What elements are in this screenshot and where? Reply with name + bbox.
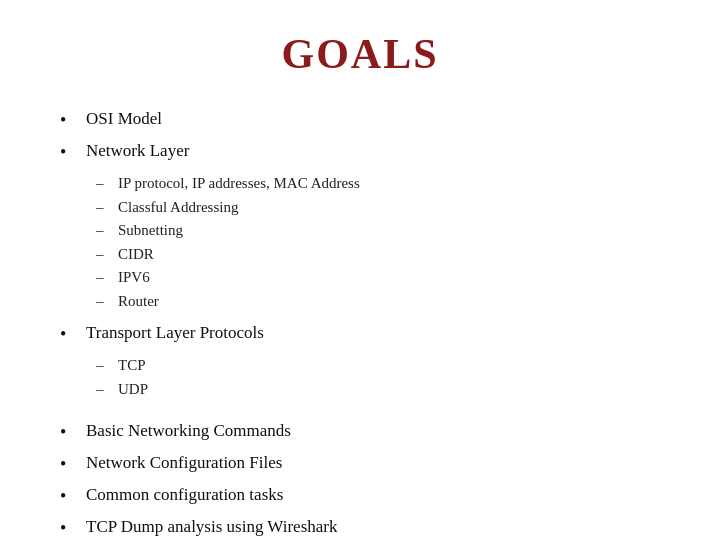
bullet-basic-networking: • Basic Networking Commands: [60, 418, 660, 446]
sub-dash-2: –: [96, 196, 114, 219]
bullet-tcp-dump: • TCP Dump analysis using Wireshark: [60, 514, 660, 540]
bullet-text-tcpdump: TCP Dump analysis using Wireshark: [86, 514, 337, 540]
sub-tcp: – TCP: [96, 354, 660, 377]
sub-text-ip: IP protocol, IP addresses, MAC Address: [118, 172, 360, 195]
sub-text-tcp: TCP: [118, 354, 146, 377]
bullet-text-config: Network Configuration Files: [86, 450, 282, 476]
bullet-dot-basic: •: [60, 419, 80, 446]
sub-text-udp: UDP: [118, 378, 148, 401]
content-area: • OSI Model • Network Layer – IP protoco…: [60, 106, 660, 540]
bullet-text-common: Common configuration tasks: [86, 482, 283, 508]
sub-dash-6: –: [96, 290, 114, 313]
sub-cidr: – CIDR: [96, 243, 660, 266]
sub-text-subnetting: Subnetting: [118, 219, 183, 242]
network-layer-subitems: – IP protocol, IP addresses, MAC Address…: [96, 172, 660, 312]
sub-dash-5: –: [96, 266, 114, 289]
bullet-common-config: • Common configuration tasks: [60, 482, 660, 510]
sub-udp: – UDP: [96, 378, 660, 401]
bullet-dot-network: •: [60, 139, 80, 166]
bullet-dot-tcpdump: •: [60, 515, 80, 540]
bullet-dot-common: •: [60, 483, 80, 510]
slide: GOALS • OSI Model • Network Layer – IP p…: [0, 0, 720, 540]
bullet-text-osi: OSI Model: [86, 106, 162, 132]
sub-router: – Router: [96, 290, 660, 313]
bullet-text-network: Network Layer: [86, 138, 189, 164]
bullet-dot-osi: •: [60, 107, 80, 134]
bullet-transport-layer: • Transport Layer Protocols: [60, 320, 660, 348]
sub-text-cidr: CIDR: [118, 243, 154, 266]
sub-text-ipv6: IPV6: [118, 266, 150, 289]
sub-subnetting: – Subnetting: [96, 219, 660, 242]
bullet-text-basic: Basic Networking Commands: [86, 418, 291, 444]
sub-classful: – Classful Addressing: [96, 196, 660, 219]
sub-dash-udp: –: [96, 378, 114, 401]
bullet-osi-model: • OSI Model: [60, 106, 660, 134]
sub-dash-4: –: [96, 243, 114, 266]
slide-title: GOALS: [60, 30, 660, 78]
bullet-dot-config: •: [60, 451, 80, 478]
transport-layer-subitems: – TCP – UDP: [96, 354, 660, 400]
sub-dash-3: –: [96, 219, 114, 242]
bullet-network-config: • Network Configuration Files: [60, 450, 660, 478]
bullet-text-transport: Transport Layer Protocols: [86, 320, 264, 346]
bullet-dot-transport: •: [60, 321, 80, 348]
sub-ipv6: – IPV6: [96, 266, 660, 289]
bullet-network-layer: • Network Layer: [60, 138, 660, 166]
sub-dash-1: –: [96, 172, 114, 195]
sub-text-classful: Classful Addressing: [118, 196, 238, 219]
sub-dash-tcp: –: [96, 354, 114, 377]
sub-text-router: Router: [118, 290, 159, 313]
sub-ip-protocol: – IP protocol, IP addresses, MAC Address: [96, 172, 660, 195]
